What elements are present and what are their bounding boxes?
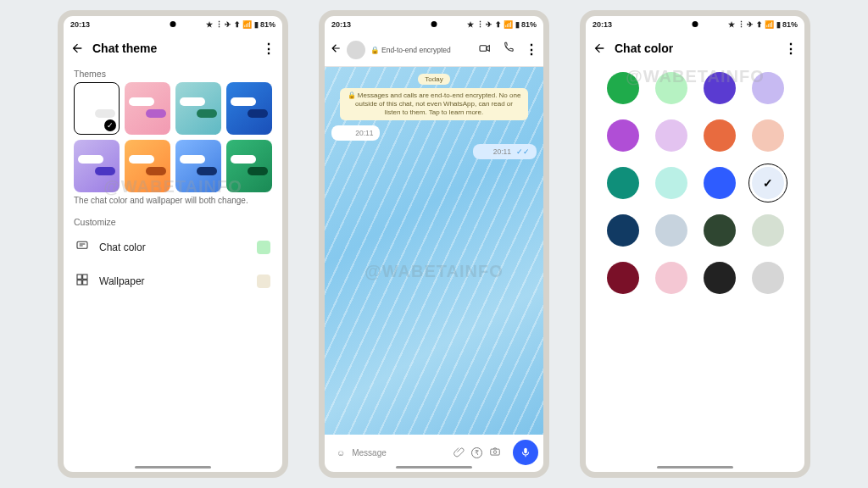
color-option-4[interactable] (607, 119, 639, 152)
chat-color-swatch (257, 241, 270, 254)
page-title: Chat theme (92, 42, 253, 55)
section-themes-label: Themes (64, 64, 282, 82)
more-icon[interactable]: ⋮ (784, 41, 798, 57)
more-icon[interactable]: ⋮ (262, 41, 275, 57)
phone-chat-theme: 20:13 ★ ⋮ ✈ ⬆ 📶 ▮ 81% Chat theme ⋮ Theme… (58, 10, 288, 478)
mic-button[interactable] (513, 440, 538, 465)
svg-rect-2 (83, 274, 87, 279)
theme-tile-4[interactable] (74, 140, 120, 192)
wallpaper-swatch (257, 274, 270, 288)
bubble-in (231, 97, 256, 106)
color-option-12[interactable] (607, 214, 639, 247)
msg-body (480, 147, 487, 156)
chat-body[interactable]: Today 🔒 Messages and calls are end-to-en… (325, 67, 543, 435)
message-in[interactable]: 20:11 (331, 125, 380, 141)
attach-icon[interactable] (453, 446, 465, 459)
msg-time: 20:11 (355, 129, 373, 137)
status-time: 20:13 (70, 20, 90, 29)
bubble-out (95, 109, 115, 118)
theme-tile-1[interactable] (125, 82, 170, 135)
svg-rect-0 (77, 242, 87, 249)
chat-app-bar: 🔒 End-to-end encrypted ⋮ (325, 33, 543, 67)
color-option-13[interactable] (655, 214, 687, 247)
color-option-7[interactable] (752, 119, 784, 152)
section-customize-label: Customize (64, 212, 282, 230)
color-grid (586, 64, 804, 302)
color-option-6[interactable] (704, 119, 736, 152)
nav-pill[interactable] (135, 466, 211, 469)
page-title: Chat color (615, 42, 776, 55)
back-icon[interactable] (70, 42, 84, 55)
theme-tile-5[interactable] (125, 140, 170, 192)
bubble-in (129, 97, 154, 106)
back-icon[interactable] (593, 42, 606, 55)
color-option-3[interactable] (752, 72, 784, 104)
phone-chat-color: 20:13 ★ ⋮ ✈ ⬆ 📶 ▮ 81% Chat color ⋮ @WABE… (580, 10, 810, 478)
video-call-icon[interactable] (478, 42, 492, 58)
bubble-in (180, 155, 205, 164)
bubble-in (129, 155, 154, 164)
color-option-18[interactable] (704, 262, 736, 294)
bubble-out (95, 167, 115, 175)
color-option-17[interactable] (655, 262, 687, 294)
bubble-out (248, 109, 268, 118)
bubble-out (146, 109, 166, 118)
theme-tile-6[interactable] (175, 140, 221, 192)
payment-icon[interactable]: ₹ (471, 447, 482, 458)
chat-color-icon (75, 239, 89, 256)
emoji-icon[interactable]: ☺ (337, 448, 345, 458)
color-option-5[interactable] (655, 119, 687, 152)
status-indicators: ★ ⋮ ✈ ⬆ 📶 ▮ (467, 20, 520, 29)
status-battery: 81% (260, 20, 275, 29)
color-option-11[interactable] (752, 167, 784, 199)
date-chip: Today (418, 74, 449, 85)
color-option-2[interactable] (704, 72, 736, 104)
camera-icon[interactable] (489, 446, 501, 459)
bubble-out (146, 167, 166, 175)
msg-body (338, 129, 350, 137)
color-option-1[interactable] (655, 72, 687, 104)
wallpaper-icon (75, 273, 89, 290)
svg-rect-3 (77, 280, 81, 285)
themes-help-text: The chat color and wallpaper will both c… (64, 192, 282, 212)
contact-avatar[interactable] (347, 41, 365, 59)
camera-hole (693, 21, 698, 27)
svg-rect-8 (524, 448, 527, 453)
theme-tile-2[interactable] (175, 82, 221, 135)
nav-pill[interactable] (396, 466, 472, 469)
color-option-8[interactable] (607, 167, 639, 199)
message-out[interactable]: 20:11 ✓✓ (473, 144, 537, 159)
status-battery: 81% (782, 20, 798, 29)
svg-rect-5 (480, 45, 487, 51)
nav-pill[interactable] (657, 466, 733, 469)
message-placeholder: Message (352, 448, 447, 458)
status-time: 20:13 (331, 20, 351, 29)
svg-rect-1 (77, 274, 81, 279)
bubble-out (197, 109, 217, 118)
more-icon[interactable]: ⋮ (525, 42, 538, 58)
wallpaper-row[interactable]: Wallpaper (64, 264, 282, 298)
status-indicators: ★ ⋮ ✈ ⬆ 📶 ▮ (728, 20, 781, 29)
color-option-15[interactable] (752, 214, 784, 247)
encryption-banner[interactable]: 🔒 Messages and calls are end-to-end encr… (340, 88, 529, 120)
message-input[interactable]: ☺ Message ₹ (330, 440, 508, 465)
app-bar: Chat color ⋮ (586, 33, 804, 64)
color-option-14[interactable] (704, 214, 736, 247)
check-icon: ✓ (104, 119, 116, 131)
voice-call-icon[interactable] (502, 42, 515, 58)
bubble-out (197, 167, 217, 175)
theme-tile-7[interactable] (226, 140, 272, 192)
encryption-badge[interactable]: 🔒 End-to-end encrypted (370, 46, 451, 54)
color-option-16[interactable] (607, 262, 639, 294)
app-bar: Chat theme ⋮ (64, 33, 282, 64)
back-icon[interactable] (330, 42, 342, 58)
bubble-in (78, 97, 103, 106)
chat-color-row[interactable]: Chat color (64, 230, 282, 264)
color-option-0[interactable] (607, 72, 639, 104)
color-option-19[interactable] (752, 262, 784, 294)
watermark: @WABETAINFO (325, 262, 543, 281)
color-option-10[interactable] (704, 167, 736, 199)
theme-tile-0[interactable]: ✓ (74, 82, 120, 135)
color-option-9[interactable] (655, 167, 687, 199)
theme-tile-3[interactable] (226, 82, 272, 135)
